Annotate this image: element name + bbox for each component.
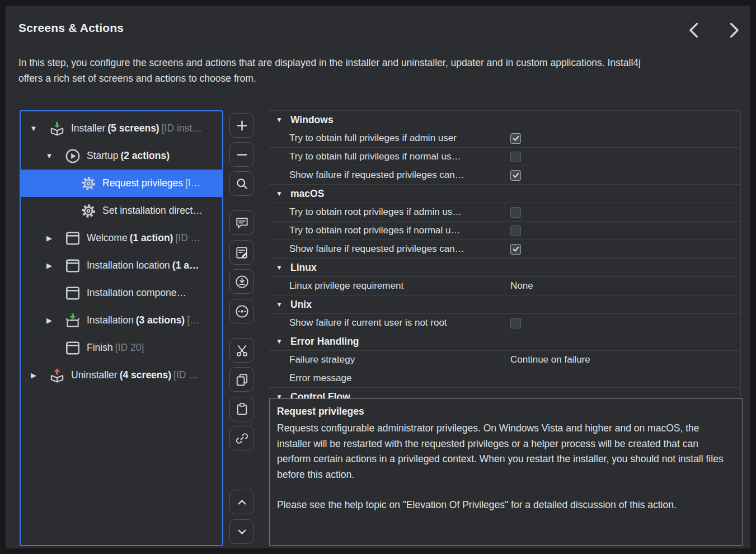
tree-item-label: Uninstaller: [71, 369, 118, 381]
screen-icon: [64, 340, 81, 356]
tree-item-installer[interactable]: ▼Installer(5 screens)[ID inst…: [21, 115, 222, 142]
screens-actions-panel: Screens & Actions In this step, you conf…: [6, 6, 750, 548]
property-value-cell[interactable]: [505, 148, 740, 166]
property-row-linux-privilege-requirement: Linux privilege requirementNone: [269, 277, 740, 295]
checkbox-show-failure-if-current-user-is-not-root[interactable]: [510, 318, 521, 328]
page-title: Screens & Actions: [18, 21, 124, 35]
property-value-cell[interactable]: Continue on failure: [505, 351, 740, 369]
property-label: Try to obtain full privileges if normal …: [269, 151, 505, 162]
speech-bubble-icon: [234, 215, 250, 231]
install-button[interactable]: [229, 269, 254, 294]
remove-button[interactable]: [229, 142, 254, 167]
target-button[interactable]: [229, 299, 254, 323]
tree-item-label: Set installation direct…: [102, 205, 203, 216]
comment-button[interactable]: [229, 210, 254, 235]
tree-item-installation-compone[interactable]: Installation compone…: [21, 279, 222, 307]
tree-item-count: (4 screens): [120, 369, 171, 381]
install-files-icon: [64, 312, 81, 329]
tree-item-startup[interactable]: ▼Startup(2 actions): [21, 142, 222, 170]
tree-item-count: (2 actions): [120, 150, 170, 161]
property-value-cell[interactable]: [505, 166, 740, 184]
tree-item-label: Startup: [87, 150, 118, 161]
section-header-control-flow[interactable]: ▼Control Flow: [269, 388, 740, 398]
tree-item-count: (3 actions): [136, 314, 185, 326]
tree-item-count: (1 action): [130, 232, 173, 243]
checkbox-try-to-obtain-root-privileges-if-admin-us[interactable]: [510, 207, 521, 218]
help-paragraph: Please see the help topic on "Elevation …: [277, 497, 734, 513]
expand-toggle-icon[interactable]: ▶: [40, 261, 59, 270]
section-label: Windows: [290, 114, 334, 126]
previous-step-button[interactable]: [683, 19, 706, 43]
tree-item-installation-location[interactable]: ▶Installation location(1 a…: [21, 252, 222, 279]
circle-dot-icon: [234, 304, 250, 319]
property-label: Failure strategy: [269, 354, 505, 365]
tree-item-id: [ID 20]: [115, 342, 144, 353]
tree-item-label: Installation compone…: [87, 287, 186, 298]
tree-item-uninstaller[interactable]: ▶Uninstaller(4 screens)[ID …: [21, 361, 222, 389]
value-failure-strategy[interactable]: Continue on failure: [510, 354, 590, 365]
section-label: Error Handling: [290, 336, 359, 348]
section-collapse-icon: ▼: [276, 393, 285, 398]
installer-icon: [49, 120, 65, 137]
tree-item-welcome[interactable]: ▶Welcome(1 action)[ID …: [21, 224, 222, 252]
section-header-error-handling[interactable]: ▼Error Handling: [269, 332, 740, 351]
paste-button[interactable]: [229, 397, 254, 421]
property-row-try-to-obtain-full-privileges-if-normal-us: Try to obtain full privileges if normal …: [269, 148, 740, 166]
search-icon: [234, 176, 250, 191]
value-error-message[interactable]: [510, 373, 533, 384]
tree-item-label: Installer: [71, 123, 105, 134]
section-collapse-icon: ▼: [276, 264, 285, 271]
help-title: Request privileges: [277, 406, 734, 417]
screen-icon: [64, 230, 81, 247]
expand-toggle-icon[interactable]: ▶: [40, 316, 59, 325]
property-value-cell[interactable]: [505, 369, 740, 387]
checkbox-try-to-obtain-full-privileges-if-normal-us[interactable]: [510, 152, 521, 162]
expand-toggle-icon[interactable]: ▶: [24, 371, 43, 379]
property-value-cell[interactable]: [505, 240, 740, 258]
checkbox-show-failure-if-requested-privileges-can[interactable]: [510, 170, 521, 181]
section-header-unix[interactable]: ▼Unix: [269, 295, 740, 314]
expand-toggle-icon[interactable]: ▶: [40, 234, 59, 242]
screen-icon: [64, 257, 81, 274]
tree-item-request-privileges[interactable]: Request privileges[I…: [21, 170, 222, 197]
checkbox-try-to-obtain-root-privileges-if-normal-u[interactable]: [510, 226, 521, 236]
checkbox-show-failure-if-requested-privileges-can[interactable]: [510, 244, 521, 255]
collapse-toggle-icon[interactable]: ▼: [24, 124, 43, 133]
collapse-toggle-icon[interactable]: ▼: [40, 152, 59, 160]
value-linux-privilege-requirement[interactable]: None: [510, 280, 533, 292]
section-label: macOS: [290, 188, 324, 200]
gear-icon: [80, 175, 97, 192]
section-header-macos[interactable]: ▼macOS: [269, 185, 740, 203]
section-header-windows[interactable]: ▼Windows: [269, 111, 740, 129]
chevron-right-icon: [724, 20, 744, 40]
checkbox-try-to-obtain-full-privileges-if-admin-user[interactable]: [510, 133, 521, 144]
property-value-cell[interactable]: [505, 203, 740, 221]
tree-item-finish[interactable]: Finish[ID 20]: [21, 334, 222, 361]
property-row-show-failure-if-requested-privileges-can: Show failure if requested privileges can…: [269, 166, 740, 185]
property-value-cell[interactable]: None: [505, 277, 740, 295]
section-header-linux[interactable]: ▼Linux: [269, 259, 740, 277]
cut-button[interactable]: [229, 338, 254, 363]
page-description: In this step, you configure the screens …: [18, 55, 665, 86]
next-step-button[interactable]: [722, 19, 745, 43]
tree-item-set-installation-direct[interactable]: Set installation direct…: [21, 197, 222, 224]
add-button[interactable]: [229, 113, 254, 138]
property-row-try-to-obtain-full-privileges-if-admin-user: Try to obtain full privileges if admin u…: [269, 129, 740, 148]
section-label: Linux: [290, 262, 317, 274]
scissors-icon: [234, 343, 250, 358]
property-value-cell[interactable]: [505, 222, 740, 240]
move-up-button[interactable]: [229, 490, 254, 514]
copy-button[interactable]: [229, 367, 254, 392]
search-button[interactable]: [229, 171, 254, 196]
minus-icon: [234, 147, 250, 162]
edit-note-button[interactable]: [229, 240, 254, 265]
link-button[interactable]: [229, 426, 254, 450]
tree-item-id: [ID …: [173, 369, 199, 381]
section-label: Unix: [290, 299, 312, 311]
property-row-error-message: Error message: [269, 369, 740, 388]
property-value-cell[interactable]: [505, 129, 740, 147]
tree-item-installation[interactable]: ▶Installation(3 actions)[…: [21, 307, 222, 334]
move-down-button[interactable]: [229, 519, 254, 544]
property-row-show-failure-if-current-user-is-not-root: Show failure if current user is not root: [269, 314, 740, 332]
property-value-cell[interactable]: [505, 314, 740, 332]
